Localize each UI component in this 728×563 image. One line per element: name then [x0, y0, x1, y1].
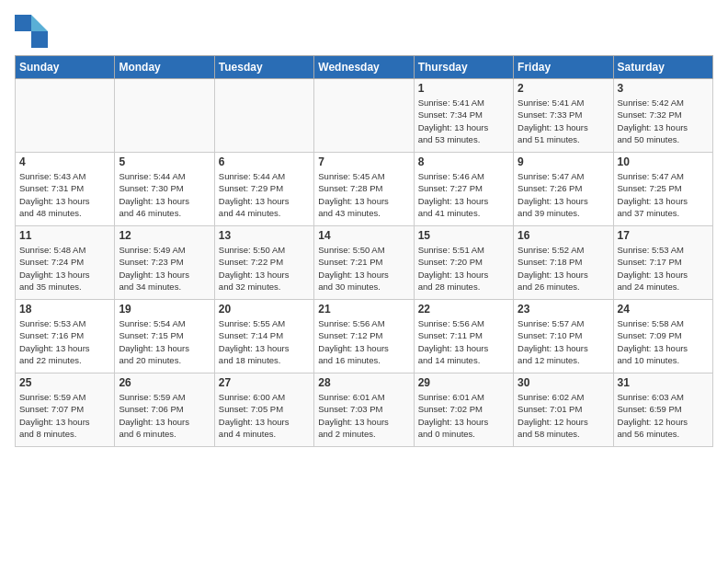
- day-info: Sunrise: 5:50 AMSunset: 7:22 PMDaylight:…: [219, 244, 310, 293]
- calendar-cell: 29Sunrise: 6:01 AMSunset: 7:02 PMDayligh…: [414, 373, 513, 447]
- svg-rect-2: [31, 31, 48, 48]
- day-number: 24: [618, 303, 709, 316]
- calendar-cell: 2Sunrise: 5:41 AMSunset: 7:33 PMDaylight…: [514, 79, 613, 153]
- calendar-body: 1Sunrise: 5:41 AMSunset: 7:34 PMDaylight…: [16, 79, 713, 447]
- calendar-week-row: 18Sunrise: 5:53 AMSunset: 7:16 PMDayligh…: [16, 300, 713, 373]
- calendar-cell: 1Sunrise: 5:41 AMSunset: 7:34 PMDaylight…: [414, 79, 513, 153]
- day-number: 28: [318, 376, 409, 389]
- day-info: Sunrise: 5:56 AMSunset: 7:12 PMDaylight:…: [318, 317, 409, 366]
- day-info: Sunrise: 5:41 AMSunset: 7:33 PMDaylight:…: [518, 97, 609, 145]
- day-number: 6: [219, 155, 310, 168]
- day-number: 14: [318, 229, 409, 242]
- day-info: Sunrise: 6:01 AMSunset: 7:03 PMDaylight:…: [318, 391, 409, 440]
- calendar-cell: 20Sunrise: 5:55 AMSunset: 7:14 PMDayligh…: [214, 300, 313, 373]
- day-number: 18: [19, 303, 110, 316]
- day-number: 25: [19, 376, 110, 389]
- day-number: 5: [119, 155, 210, 168]
- day-number: 29: [418, 376, 509, 389]
- calendar-cell: [16, 79, 115, 153]
- day-number: 23: [518, 303, 609, 316]
- day-info: Sunrise: 5:53 AMSunset: 7:16 PMDaylight:…: [19, 317, 110, 366]
- day-of-week-header: Saturday: [613, 56, 712, 79]
- day-info: Sunrise: 5:44 AMSunset: 7:30 PMDaylight:…: [119, 170, 210, 219]
- day-info: Sunrise: 5:55 AMSunset: 7:14 PMDaylight:…: [219, 317, 310, 366]
- day-info: Sunrise: 5:53 AMSunset: 7:17 PMDaylight:…: [618, 244, 709, 293]
- calendar-week-row: 1Sunrise: 5:41 AMSunset: 7:34 PMDaylight…: [16, 79, 713, 153]
- day-number: 20: [219, 303, 310, 316]
- day-number: 21: [318, 303, 409, 316]
- day-number: 10: [618, 155, 709, 168]
- day-number: 13: [219, 229, 310, 242]
- day-number: 17: [618, 229, 709, 242]
- calendar-cell: 23Sunrise: 5:57 AMSunset: 7:10 PMDayligh…: [514, 300, 613, 373]
- calendar-cell: 22Sunrise: 5:56 AMSunset: 7:11 PMDayligh…: [414, 300, 513, 373]
- day-of-week-header: Monday: [115, 56, 214, 79]
- day-info: Sunrise: 5:52 AMSunset: 7:18 PMDaylight:…: [518, 244, 609, 293]
- calendar-cell: 17Sunrise: 5:53 AMSunset: 7:17 PMDayligh…: [613, 226, 712, 300]
- calendar-cell: 9Sunrise: 5:47 AMSunset: 7:26 PMDaylight…: [514, 153, 613, 226]
- day-info: Sunrise: 5:43 AMSunset: 7:31 PMDaylight:…: [19, 170, 110, 219]
- calendar-cell: 19Sunrise: 5:54 AMSunset: 7:15 PMDayligh…: [115, 300, 214, 373]
- day-info: Sunrise: 6:03 AMSunset: 6:59 PMDaylight:…: [618, 391, 709, 440]
- day-info: Sunrise: 5:41 AMSunset: 7:34 PMDaylight:…: [418, 97, 509, 145]
- day-info: Sunrise: 5:47 AMSunset: 7:25 PMDaylight:…: [618, 170, 709, 219]
- day-info: Sunrise: 5:54 AMSunset: 7:15 PMDaylight:…: [119, 317, 210, 366]
- calendar-cell: [314, 79, 414, 153]
- days-of-week-row: SundayMondayTuesdayWednesdayThursdayFrid…: [16, 56, 713, 79]
- day-number: 7: [318, 155, 409, 168]
- day-number: 3: [618, 82, 709, 95]
- header: [15, 15, 713, 48]
- day-info: Sunrise: 5:51 AMSunset: 7:20 PMDaylight:…: [418, 244, 509, 293]
- calendar-week-row: 11Sunrise: 5:48 AMSunset: 7:24 PMDayligh…: [16, 226, 713, 300]
- calendar-cell: 15Sunrise: 5:51 AMSunset: 7:20 PMDayligh…: [414, 226, 513, 300]
- day-info: Sunrise: 5:56 AMSunset: 7:11 PMDaylight:…: [418, 317, 509, 366]
- day-info: Sunrise: 5:59 AMSunset: 7:07 PMDaylight:…: [19, 391, 110, 440]
- day-number: 8: [418, 155, 509, 168]
- calendar-cell: 3Sunrise: 5:42 AMSunset: 7:32 PMDaylight…: [613, 79, 712, 153]
- day-info: Sunrise: 5:58 AMSunset: 7:09 PMDaylight:…: [618, 317, 709, 366]
- day-info: Sunrise: 5:50 AMSunset: 7:21 PMDaylight:…: [318, 244, 409, 293]
- calendar-cell: 31Sunrise: 6:03 AMSunset: 6:59 PMDayligh…: [613, 373, 712, 447]
- calendar-cell: 27Sunrise: 6:00 AMSunset: 7:05 PMDayligh…: [214, 373, 313, 447]
- logo: [15, 15, 51, 48]
- calendar-cell: [115, 79, 214, 153]
- calendar-cell: 12Sunrise: 5:49 AMSunset: 7:23 PMDayligh…: [115, 226, 214, 300]
- day-number: 31: [618, 376, 709, 389]
- day-number: 22: [418, 303, 509, 316]
- calendar-cell: [214, 79, 313, 153]
- day-info: Sunrise: 5:57 AMSunset: 7:10 PMDaylight:…: [518, 317, 609, 366]
- day-number: 26: [119, 376, 210, 389]
- day-number: 11: [19, 229, 110, 242]
- calendar-cell: 16Sunrise: 5:52 AMSunset: 7:18 PMDayligh…: [514, 226, 613, 300]
- calendar-cell: 18Sunrise: 5:53 AMSunset: 7:16 PMDayligh…: [16, 300, 115, 373]
- day-info: Sunrise: 5:44 AMSunset: 7:29 PMDaylight:…: [219, 170, 310, 219]
- day-number: 2: [518, 82, 609, 95]
- day-info: Sunrise: 6:01 AMSunset: 7:02 PMDaylight:…: [418, 391, 509, 440]
- calendar-week-row: 4Sunrise: 5:43 AMSunset: 7:31 PMDaylight…: [16, 153, 713, 226]
- day-number: 30: [518, 376, 609, 389]
- day-of-week-header: Thursday: [414, 56, 513, 79]
- day-number: 27: [219, 376, 310, 389]
- day-info: Sunrise: 6:00 AMSunset: 7:05 PMDaylight:…: [219, 391, 310, 440]
- calendar-cell: 10Sunrise: 5:47 AMSunset: 7:25 PMDayligh…: [613, 153, 712, 226]
- calendar-cell: 5Sunrise: 5:44 AMSunset: 7:30 PMDaylight…: [115, 153, 214, 226]
- day-info: Sunrise: 5:42 AMSunset: 7:32 PMDaylight:…: [618, 97, 709, 145]
- day-info: Sunrise: 6:02 AMSunset: 7:01 PMDaylight:…: [518, 391, 609, 440]
- calendar-week-row: 25Sunrise: 5:59 AMSunset: 7:07 PMDayligh…: [16, 373, 713, 447]
- calendar-cell: 13Sunrise: 5:50 AMSunset: 7:22 PMDayligh…: [214, 226, 313, 300]
- day-number: 19: [119, 303, 210, 316]
- day-number: 4: [19, 155, 110, 168]
- calendar-cell: 24Sunrise: 5:58 AMSunset: 7:09 PMDayligh…: [613, 300, 712, 373]
- calendar-cell: 30Sunrise: 6:02 AMSunset: 7:01 PMDayligh…: [514, 373, 613, 447]
- calendar-cell: 8Sunrise: 5:46 AMSunset: 7:27 PMDaylight…: [414, 153, 513, 226]
- calendar-cell: 7Sunrise: 5:45 AMSunset: 7:28 PMDaylight…: [314, 153, 414, 226]
- svg-rect-1: [15, 15, 31, 31]
- day-number: 1: [418, 82, 509, 95]
- calendar-cell: 28Sunrise: 6:01 AMSunset: 7:03 PMDayligh…: [314, 373, 414, 447]
- calendar-cell: 25Sunrise: 5:59 AMSunset: 7:07 PMDayligh…: [16, 373, 115, 447]
- calendar-cell: 21Sunrise: 5:56 AMSunset: 7:12 PMDayligh…: [314, 300, 414, 373]
- day-info: Sunrise: 5:45 AMSunset: 7:28 PMDaylight:…: [318, 170, 409, 219]
- day-of-week-header: Sunday: [16, 56, 115, 79]
- day-number: 15: [418, 229, 509, 242]
- day-info: Sunrise: 5:49 AMSunset: 7:23 PMDaylight:…: [119, 244, 210, 293]
